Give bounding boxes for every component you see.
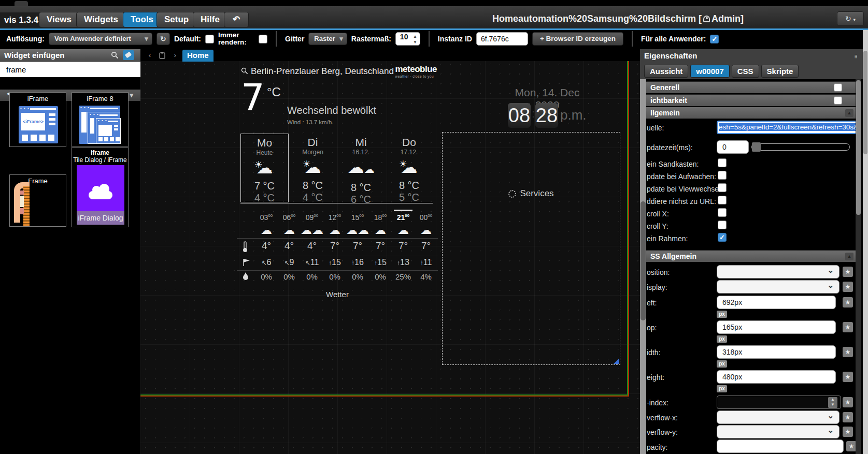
collapse-icon[interactable]: ▲ — [845, 109, 853, 117]
resize-handle[interactable] — [614, 358, 619, 364]
view-canvas[interactable]: Berlin-Prenzlauer Berg, Deutschland mete… — [140, 49, 640, 454]
scroll-y-checkbox[interactable] — [718, 221, 727, 229]
reload-menu-button[interactable]: ↻ ▾ — [837, 11, 864, 26]
undo-icon[interactable]: ↶ — [224, 12, 249, 27]
display-select[interactable] — [717, 280, 839, 294]
selected-widget-outline[interactable]: Services — [442, 132, 620, 365]
group-generell[interactable]: Generell — [646, 81, 856, 93]
source-input[interactable]: esh=5s&panelId=2&fullscreen&refresh=30s&… — [717, 121, 860, 134]
overflow-x-star-button[interactable]: ★ — [843, 412, 853, 422]
position-select[interactable] — [717, 265, 839, 279]
tab-css[interactable]: CSS — [732, 65, 759, 78]
user-icon — [703, 16, 710, 22]
width-input[interactable] — [717, 345, 836, 359]
search-icon[interactable] — [111, 51, 119, 59]
top-input[interactable] — [717, 320, 836, 334]
forecast-day[interactable]: Mi 16.12. ☁☁ 8 °C 6 °C — [337, 134, 385, 202]
panel-right-scrollbar[interactable] — [856, 79, 861, 454]
update-time-input[interactable] — [717, 140, 749, 154]
position-label: osition: — [647, 268, 670, 276]
menu-views[interactable]: Views — [39, 12, 79, 27]
tab-widget-id[interactable]: w00007 — [690, 65, 729, 78]
tab-skripte[interactable]: Skripte — [761, 65, 799, 78]
prev-view-icon[interactable]: ‹ — [144, 50, 155, 60]
window-scrollbar[interactable] — [863, 30, 868, 454]
height-input[interactable] — [717, 370, 836, 384]
stepper-up-icon[interactable]: ▲ — [413, 35, 417, 38]
grid-size-stepper[interactable]: 10 ▲ ▼ — [395, 32, 420, 46]
browser-id-button[interactable]: + Browser ID erzeugen — [532, 32, 623, 46]
top-unit-badge[interactable]: px — [717, 335, 727, 343]
zindex-input[interactable]: ▲▼ — [717, 396, 841, 409]
clipboard-icon[interactable] — [156, 50, 168, 60]
position-star-button[interactable]: ★ — [843, 267, 853, 277]
group-css-allgemein[interactable]: SS Allgemein ▲ — [646, 250, 856, 262]
window-title: Homeautomation%20Samsung%20Bildschirm [A… — [492, 13, 744, 24]
zindex-stepper-icon[interactable]: ▲▼ — [828, 397, 837, 408]
eraser-icon[interactable] — [123, 50, 134, 60]
current-temperature: 7 — [241, 76, 265, 119]
hour-temp: 4° — [278, 240, 301, 252]
resolution-select[interactable]: Vom Anwender definiert — [49, 33, 152, 45]
overflow-x-select[interactable] — [717, 411, 839, 424]
opacity-input[interactable] — [717, 440, 844, 453]
widget-card-iframe8[interactable]: iFrame 8 • • • • • • • • • — [72, 92, 129, 147]
top-star-button[interactable]: ★ — [843, 322, 853, 332]
height-star-button[interactable]: ★ — [843, 372, 853, 382]
widget-panel-header: Widget einfügen — [0, 49, 140, 62]
no-frame-checkbox[interactable]: ✓ — [718, 233, 727, 242]
widget-card-title: iframe — [72, 148, 128, 156]
menu-widgets[interactable]: Widgets — [76, 12, 126, 27]
next-view-icon[interactable]: › — [169, 50, 181, 60]
forecast-day[interactable]: Di Morgen ☀☁ 8 °C 4 °C — [289, 134, 337, 202]
instance-label: Instanz ID — [438, 35, 472, 43]
generell-checkbox[interactable] — [834, 83, 842, 92]
sichtbarkeit-checkbox[interactable] — [834, 96, 842, 105]
height-unit-badge[interactable]: px — [717, 385, 727, 392]
collapse-icon[interactable]: ▲ — [845, 253, 853, 260]
overflow-y-select[interactable] — [717, 425, 839, 438]
overflow-y-star-button[interactable]: ★ — [843, 427, 853, 437]
hour-time: 1200 — [323, 213, 346, 222]
zindex-star-button[interactable]: ★ — [843, 397, 853, 407]
row-divider — [237, 256, 438, 256]
sandbox-checkbox[interactable] — [718, 158, 727, 167]
left-unit-badge[interactable]: px — [717, 311, 727, 318]
widget-card-iframe[interactable]: iFrame • • • <iFrame> — [9, 92, 66, 147]
stepper-down-icon[interactable]: ▼ — [413, 40, 417, 44]
view-tab-home[interactable]: Home — [182, 50, 214, 62]
forecast-day[interactable]: Do 17.12. ☀☁ 8 °C 5 °C — [385, 134, 433, 202]
resolution-refresh-button[interactable]: ↻ — [156, 33, 170, 45]
vis-editor-window: vis 1.3.4 Views Widgets Tools Setup Hilf… — [0, 0, 868, 454]
all-users-checkbox[interactable]: ✓ — [710, 35, 719, 43]
panel-left-scrollbar[interactable] — [640, 79, 646, 454]
widget-card-iframe-dialog[interactable]: iframe Tile Dialog / iFrame iFrame Dialo… — [72, 147, 129, 227]
weather-widget[interactable]: Berlin-Prenzlauer Berg, Deutschland mete… — [236, 62, 439, 303]
group-sichtbarkeit[interactable]: ichtbarkeit — [646, 94, 856, 106]
group-allgemein[interactable]: llgemein ▲ — [646, 107, 856, 119]
hour-wind: ↑16 — [346, 258, 369, 267]
widget-card-frame[interactable]: Frame — [9, 174, 66, 227]
left-star-button[interactable]: ★ — [843, 297, 853, 307]
opacity-star-button[interactable]: ★ — [846, 441, 857, 451]
viewchange-update-checkbox[interactable] — [718, 183, 727, 192]
render-checkbox[interactable] — [259, 35, 267, 43]
forecast-day[interactable]: Mo Heute ☀☁ 7 °C 4 °C — [240, 134, 289, 202]
instance-input[interactable] — [476, 32, 528, 46]
add-url-checkbox[interactable] — [718, 196, 727, 204]
update-time-slider[interactable] — [751, 143, 850, 151]
slider-thumb[interactable] — [752, 142, 761, 152]
menu-hilfe[interactable]: Hilfe — [193, 12, 227, 27]
widget-search-input[interactable] — [0, 62, 140, 77]
scroll-x-checkbox[interactable] — [718, 208, 727, 217]
width-star-button[interactable]: ★ — [843, 347, 853, 357]
menu-tools[interactable]: Tools — [123, 12, 161, 27]
default-checkbox[interactable] — [205, 35, 214, 43]
width-unit-badge[interactable]: px — [717, 360, 727, 368]
left-input[interactable] — [717, 296, 836, 309]
display-star-button[interactable]: ★ — [843, 282, 853, 292]
grid-select[interactable]: Raster — [308, 33, 347, 45]
wake-update-checkbox[interactable] — [718, 171, 727, 180]
menu-setup[interactable]: Setup — [156, 12, 196, 27]
tab-aussicht[interactable]: Aussicht — [644, 65, 688, 78]
